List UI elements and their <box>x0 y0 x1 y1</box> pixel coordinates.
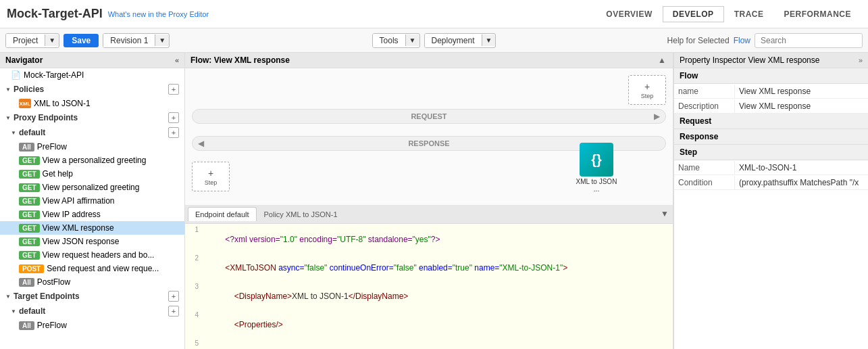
badge-get-5: GET <box>19 210 40 219</box>
nav-api-affirmation[interactable]: GET View API affirmation <box>0 194 184 208</box>
revision-dropdown-arrow[interactable]: ▼ <box>155 34 169 46</box>
tab-performance[interactable]: PERFORMANCE <box>773 6 861 22</box>
revision-button[interactable]: Revision 1 <box>103 34 155 47</box>
deployment-button[interactable]: Deployment <box>425 34 482 47</box>
nav-xml-to-json[interactable]: XML XML to JSON-1 <box>0 97 184 110</box>
tools-button[interactable]: Tools <box>373 34 405 47</box>
prop-response-section: Response <box>674 129 868 145</box>
add-proxy-endpoint-button[interactable]: + <box>168 112 179 123</box>
line-content-1: <?xml version="1.0" encoding="UTF-8" sta… <box>203 225 673 254</box>
personalized-greeting-label: View a personalized greeting <box>43 156 147 165</box>
add-target-endpoint-button[interactable]: + <box>168 291 179 302</box>
add-target-default-button[interactable]: + <box>168 306 179 317</box>
nav-api-item[interactable]: 📄 Mock-Target-API <box>0 68 184 82</box>
default-label: default <box>19 128 45 137</box>
nav-view-personalized-greeting[interactable]: GET View personalized greeting <box>0 181 184 194</box>
navigator-title: Navigator <box>5 55 43 65</box>
prop-title-1: Property Inspector <box>680 55 746 65</box>
target-preflow-label: PreFlow <box>37 321 67 330</box>
nav-json-response[interactable]: GET View JSON response <box>0 235 184 248</box>
project-dropdown-arrow[interactable]: ▼ <box>45 34 59 46</box>
code-editor[interactable]: 1 <?xml version="1.0" encoding="UTF-8" s… <box>185 224 673 350</box>
response-label: RESPONSE <box>408 139 449 147</box>
step-box-bottom[interactable]: + Step <box>192 162 230 191</box>
badge-get-8: GET <box>19 251 40 260</box>
nav-policies-section[interactable]: ▼ Policies + <box>0 82 184 97</box>
request-row: REQUEST ▶ <box>192 109 666 124</box>
badge-get-2: GET <box>19 170 40 179</box>
project-button[interactable]: Project <box>6 34 45 47</box>
code-tabs: Endpoint default Policy XML to JSON-1 ▼ <box>185 205 673 224</box>
nav-target-default-section[interactable]: ▼ default + <box>0 304 184 319</box>
step-box-top[interactable]: + Step <box>628 75 666 105</box>
code-line-4: 4 <Properties/> <box>185 310 673 339</box>
add-policy-button[interactable]: + <box>168 84 179 95</box>
search-input[interactable] <box>755 33 863 48</box>
main-layout: Navigator « 📄 Mock-Target-API ▼ Policies… <box>0 53 868 349</box>
prop-condition-key: Condition <box>674 176 735 189</box>
tab-endpoint-default[interactable]: Endpoint default <box>188 207 257 221</box>
target-actions: + <box>168 291 179 302</box>
nav-default-section[interactable]: ▼ default + <box>0 125 184 140</box>
badge-post-1: POST <box>19 264 44 273</box>
prop-inspector-title: Property Inspector View XML response <box>680 55 819 65</box>
proxy-triangle: ▼ <box>5 115 11 121</box>
save-button[interactable]: Save <box>63 34 99 47</box>
nav-postflow[interactable]: All PostFlow <box>0 275 184 289</box>
badge-get-7: GET <box>19 237 40 246</box>
prop-collapse[interactable]: » <box>859 56 863 64</box>
code-line-3: 3 <DisplayName>XML to JSON-1</DisplayNam… <box>185 282 673 310</box>
flow-collapse-btn[interactable]: ▲ <box>657 55 667 65</box>
badge-get-1: GET <box>19 156 40 165</box>
top-bar-left: Mock-Target-API What's new in the Proxy … <box>7 7 209 21</box>
prop-name-row: name View XML response <box>674 84 868 99</box>
whats-new-link[interactable]: What's new in the Proxy Editor <box>108 10 209 18</box>
nav-xml-response[interactable]: GET View XML response <box>0 221 184 235</box>
nav-proxy-endpoints-section[interactable]: ▼ Proxy Endpoints + <box>0 110 184 125</box>
prop-request-section: Request <box>674 114 868 129</box>
revision-dropdown[interactable]: Revision 1 ▼ <box>103 33 170 48</box>
policies-triangle: ▼ <box>5 87 11 93</box>
tab-develop[interactable]: DEVELOP <box>663 6 724 22</box>
nav-send-request[interactable]: POST Send request and view reque... <box>0 262 184 275</box>
code-line-2: 2 <XMLToJSON async="false" continueOnErr… <box>185 254 673 282</box>
nav-target-preflow[interactable]: All PreFlow <box>0 319 184 332</box>
proxy-actions: + <box>168 112 179 123</box>
nav-view-headers[interactable]: GET View request headers and bo... <box>0 248 184 262</box>
prop-desc-val: View XML response <box>735 99 868 113</box>
nav-ip-address[interactable]: GET View IP address <box>0 208 184 221</box>
navigator-collapse[interactable]: « <box>175 56 179 64</box>
line-num-5: 5 <box>185 339 203 347</box>
help-text: Help for Selected <box>667 36 730 45</box>
nav-personalized-greeting[interactable]: GET View a personalized greeting <box>0 154 184 167</box>
deployment-dropdown[interactable]: Deployment ▼ <box>424 33 496 48</box>
step-plus-icon-2: + <box>208 168 213 179</box>
nav-preflow[interactable]: All PreFlow <box>0 140 184 154</box>
prop-name-val: View XML response <box>735 85 868 98</box>
flow-link[interactable]: Flow <box>734 36 750 45</box>
policy-icon[interactable]: {} <box>580 143 613 177</box>
tab-trace[interactable]: TRACE <box>724 6 774 22</box>
toolbar: Project ▼ Save Revision 1 ▼ Tools ▼ Depl… <box>0 28 868 53</box>
toolbar-left: Project ▼ Save Revision 1 ▼ <box>5 33 368 48</box>
nav-target-endpoints-section[interactable]: ▼ Target Endpoints + <box>0 289 184 304</box>
prop-step-name-val: XML-to-JSON-1 <box>735 161 868 174</box>
tools-dropdown-arrow[interactable]: ▼ <box>405 34 419 46</box>
deployment-dropdown-arrow[interactable]: ▼ <box>482 34 496 46</box>
xml-response-label: View XML response <box>43 223 114 233</box>
tab-overview[interactable]: OVERVIEW <box>596 6 662 22</box>
code-panel-collapse[interactable]: ▼ <box>659 209 670 218</box>
project-dropdown[interactable]: Project ▼ <box>5 33 59 48</box>
add-default-button[interactable]: + <box>168 127 179 138</box>
code-line-1: 1 <?xml version="1.0" encoding="UTF-8" s… <box>185 225 673 254</box>
tab-policy-xml[interactable]: Policy XML to JSON-1 <box>257 207 345 221</box>
line-content-2: <XMLToJSON async="false" continueOnError… <box>203 254 673 282</box>
nav-get-help[interactable]: GET Get help <box>0 167 184 181</box>
policy-icon-symbol: {} <box>591 152 602 168</box>
default-triangle: ▼ <box>11 130 16 136</box>
toolbar-right: Help for Selected Flow <box>500 33 863 48</box>
flow-panel: Flow: View XML response ▲ + Step REQUEST… <box>185 53 673 349</box>
proxy-endpoints-label: Proxy Endpoints <box>14 113 78 122</box>
postflow-label: PostFlow <box>37 277 70 287</box>
tools-dropdown[interactable]: Tools ▼ <box>372 33 420 48</box>
